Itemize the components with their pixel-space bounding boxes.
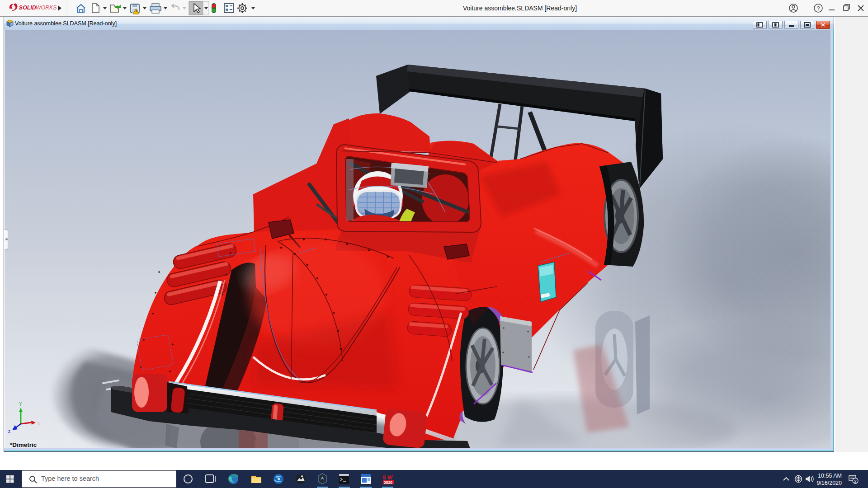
svg-text:?: ? — [817, 5, 820, 12]
svg-text:z: z — [8, 429, 10, 434]
svg-text:Y: Y — [19, 402, 22, 407]
svg-text:x: x — [38, 421, 40, 426]
svg-text:2020: 2020 — [384, 480, 392, 485]
svg-text:9/16/2020: 9/16/2020 — [816, 480, 842, 486]
svg-text:*Dimetric: *Dimetric — [10, 441, 37, 448]
svg-text:W: W — [387, 474, 393, 481]
svg-text:2: 2 — [854, 479, 856, 483]
svg-text:S: S — [382, 474, 386, 481]
svg-text:10:55 AM: 10:55 AM — [818, 473, 842, 479]
